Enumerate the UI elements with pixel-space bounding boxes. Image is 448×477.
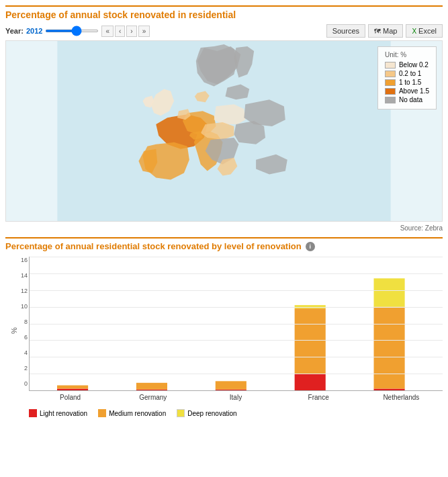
legend-item-2: 1 to 1.5 (385, 79, 429, 86)
grid-4 (30, 357, 443, 357)
x-label-france: France (292, 394, 345, 401)
netherlands-deep-bar (374, 278, 405, 306)
nav-buttons: « ‹ › » (101, 26, 150, 37)
controls-row: Year: 2012 « ‹ › » Sources 🗺 Map X Excel (5, 24, 443, 38)
nav-prev-button[interactable]: ‹ (115, 26, 125, 37)
poland-medium-bar (57, 386, 88, 389)
chart-plot-area (29, 257, 443, 391)
map-icon: 🗺 (374, 28, 381, 35)
y-axis-labels: 0 2 4 6 8 10 12 14 16 (9, 257, 28, 387)
sources-button[interactable]: Sources (326, 24, 365, 38)
nav-first-button[interactable]: « (101, 26, 114, 37)
legend-item-4: No data (385, 96, 429, 103)
legend-label-0: Below 0.2 (399, 61, 429, 69)
chart-legend-swatch-light (29, 409, 37, 417)
year-control: Year: 2012 « ‹ › » (5, 26, 150, 37)
page-title: Percentage of annual stock renovated in … (5, 5, 443, 20)
grid-8 (30, 324, 443, 324)
legend-item-3: Above 1.5 (385, 87, 429, 95)
france-medium-bar (295, 308, 326, 374)
legend-swatch-2 (385, 79, 396, 86)
france-light-bar (295, 374, 326, 390)
legend-item-1: 0.2 to 1 (385, 70, 429, 77)
x-label-poland: Poland (44, 394, 97, 401)
chart-legend: Light renovation Medium renovation Deep … (5, 409, 443, 417)
chart-area-container: 0 2 4 6 8 10 12 14 16 (29, 257, 443, 404)
top-buttons: Sources 🗺 Map X Excel (326, 24, 443, 38)
grid-10 (30, 307, 443, 308)
y-label-8: 8 (24, 318, 28, 325)
netherlands-medium-bar (374, 307, 405, 389)
year-label: Year: (5, 27, 24, 35)
legend-label-4: No data (399, 96, 422, 103)
legend-swatch-4 (385, 97, 396, 103)
legend-unit: Unit: % (385, 51, 429, 58)
map-legend: Unit: % Below 0.2 0.2 to 1 1 to 1.5 Abov… (377, 46, 437, 110)
italy-medium-bar (216, 381, 247, 389)
map-button[interactable]: 🗺 Map (368, 24, 403, 38)
x-axis-labels: Poland Germany Italy France Netherlands (29, 391, 443, 404)
chart-legend-label-deep: Deep renovation (187, 410, 236, 417)
grid-6 (30, 340, 443, 341)
info-icon[interactable]: i (306, 242, 315, 251)
nav-next-button[interactable]: › (126, 26, 136, 37)
map-source: Source: Zebra (5, 224, 443, 232)
nav-last-button[interactable]: » (138, 26, 150, 37)
chart-legend-deep: Deep renovation (177, 409, 236, 417)
grid-12 (30, 290, 443, 291)
x-label-germany: Germany (126, 394, 180, 401)
grid-16 (30, 257, 443, 257)
chart-legend-label-medium: Medium renovation (109, 410, 166, 417)
excel-button[interactable]: X Excel (406, 24, 443, 38)
chart-legend-swatch-medium (98, 409, 106, 417)
chart-wrapper: % 0 2 4 6 8 10 12 14 16 (5, 257, 443, 404)
y-label-2: 2 (24, 365, 28, 372)
y-label-16: 16 (21, 257, 28, 263)
y-label-6: 6 (24, 334, 28, 341)
chart-legend-label-light: Light renovation (40, 410, 87, 417)
legend-swatch-3 (385, 88, 396, 95)
y-label-14: 14 (21, 272, 28, 279)
legend-item-0: Below 0.2 (385, 61, 429, 69)
legend-swatch-0 (385, 62, 396, 69)
legend-label-2: 1 to 1.5 (399, 79, 421, 86)
germany-light-bar (136, 390, 167, 390)
y-label-12: 12 (21, 288, 28, 294)
chart-legend-light: Light renovation (29, 409, 87, 417)
chart-legend-medium: Medium renovation (98, 409, 166, 417)
y-label-10: 10 (21, 303, 28, 310)
excel-icon: X (412, 28, 416, 35)
grid-14 (30, 273, 443, 274)
x-label-italy: Italy (209, 394, 263, 401)
y-label-0: 0 (24, 380, 28, 387)
poland-light-bar (57, 389, 88, 390)
italy-light-bar (216, 390, 247, 390)
x-label-netherlands: Netherlands (374, 394, 428, 401)
netherlands-light-bar (374, 389, 405, 390)
map-svg (6, 41, 442, 221)
map-container: Unit: % Below 0.2 0.2 to 1 1 to 1.5 Abov… (5, 40, 443, 222)
legend-swatch-1 (385, 71, 396, 77)
legend-label-1: 0.2 to 1 (399, 70, 421, 77)
year-value: 2012 (26, 27, 42, 35)
legend-label-3: Above 1.5 (399, 87, 429, 95)
year-slider-container (45, 30, 99, 32)
y-label-4: 4 (24, 349, 28, 356)
germany-medium-bar (136, 383, 167, 390)
grid-2 (30, 374, 443, 374)
year-slider[interactable] (45, 30, 99, 32)
chart-title: Percentage of annual residential stock r… (5, 237, 443, 251)
chart-legend-swatch-deep (177, 409, 185, 417)
